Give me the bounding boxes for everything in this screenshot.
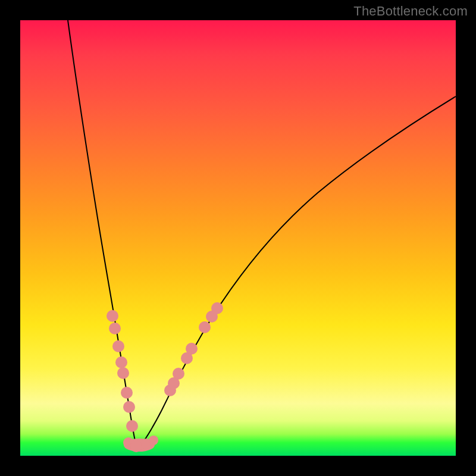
marker-dot [121,387,133,399]
marker-dot [112,340,124,352]
marker-dot [117,367,129,379]
marker-dot [211,302,223,314]
marker-dot [173,368,184,380]
marker-dot [109,322,121,334]
marker-dot [126,420,138,432]
right-curve [137,96,456,450]
watermark-text: TheBottleneck.com [353,4,468,19]
marker-dot [199,321,211,333]
right-markers [164,302,223,396]
valley-marker-dot [149,436,158,445]
marker-dot [107,310,118,322]
marker-dot [123,401,135,413]
valley-marker-dot [130,440,142,452]
curve-layer [20,20,456,456]
left-markers [107,310,138,432]
marker-dot [186,343,198,355]
plot-area [20,20,456,456]
left-curve [68,20,137,450]
chart-frame: TheBottleneck.com [0,0,476,476]
marker-dot [115,356,127,368]
